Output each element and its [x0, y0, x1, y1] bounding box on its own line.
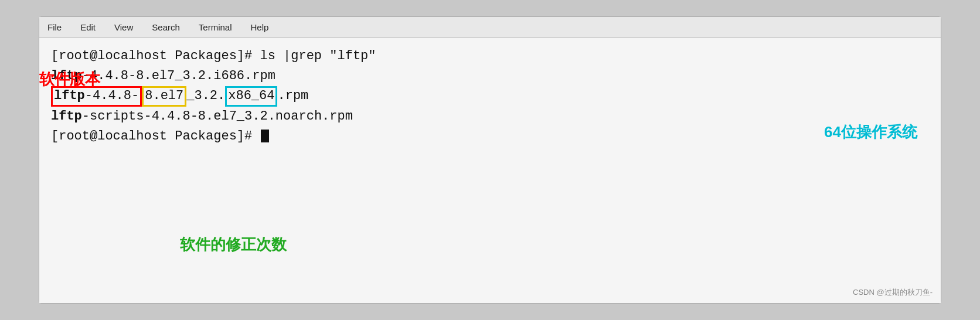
terminal-cursor — [261, 130, 269, 142]
menu-bar: File Edit View Search Terminal Help — [39, 17, 941, 38]
terminal-line-4: lftp-scripts-4.4.8-8.el7_3.2.noarch.rpm — [51, 107, 929, 127]
menu-terminal[interactable]: Terminal — [196, 21, 234, 33]
annotation-fix-count: 软件的修正次数 — [180, 233, 287, 256]
menu-view[interactable]: View — [112, 21, 135, 33]
annotation-software-version: 软件版本 — [39, 67, 100, 91]
terminal-line-5: [root@localhost Packages]# — [51, 127, 929, 147]
terminal-line-3: lftp-4.4.8-8.el7_3.2.x86_64.rpm — [51, 86, 929, 107]
menu-help[interactable]: Help — [249, 21, 271, 33]
terminal-body: 软件版本 [root@localhost Packages]# ls |grep… — [39, 38, 941, 303]
terminal-line-1: [root@localhost Packages]# ls |grep "lft… — [51, 46, 929, 66]
menu-edit[interactable]: Edit — [78, 21, 98, 33]
watermark: CSDN @过期的秋刀鱼- — [853, 287, 933, 298]
terminal-window: File Edit View Search Terminal Help 软件版本… — [39, 16, 941, 304]
terminal-line-2: lftp-4.4.8-8.el7_3.2.i686.rpm — [51, 66, 929, 86]
annotation-64bit-os: 64位操作系统 — [824, 120, 917, 144]
menu-search[interactable]: Search — [149, 21, 182, 33]
menu-file[interactable]: File — [45, 21, 64, 33]
